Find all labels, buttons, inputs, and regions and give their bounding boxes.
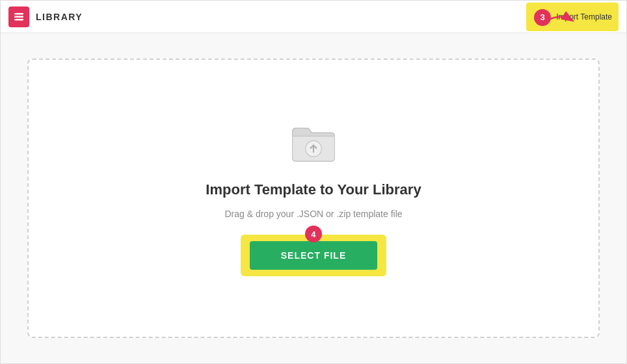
step-4-badge: 4 <box>305 226 322 242</box>
svg-rect-1 <box>14 16 23 18</box>
header-left: LIBRARY <box>8 6 83 27</box>
page-title: LIBRARY <box>36 12 83 22</box>
arrow-indicator <box>544 10 577 32</box>
select-file-button[interactable]: SELECT FILE <box>250 241 377 270</box>
import-title: Import Template to Your Library <box>206 181 421 198</box>
svg-rect-2 <box>14 19 23 21</box>
folder-upload-icon <box>287 120 340 166</box>
main-content: Import Template to Your Library Drag & d… <box>1 33 626 363</box>
header-actions: 3 ☞ Import Template <box>543 5 619 29</box>
import-subtitle: Drag & drop your .JSON or .zip template … <box>224 209 402 219</box>
elementor-logo <box>8 6 29 27</box>
header: LIBRARY 3 <box>1 1 626 33</box>
svg-rect-0 <box>14 13 23 15</box>
import-dropzone[interactable]: Import Template to Your Library Drag & d… <box>27 58 600 338</box>
main-window: LIBRARY 3 <box>0 0 627 364</box>
select-file-wrapper: 4 SELECT FILE <box>241 235 386 276</box>
